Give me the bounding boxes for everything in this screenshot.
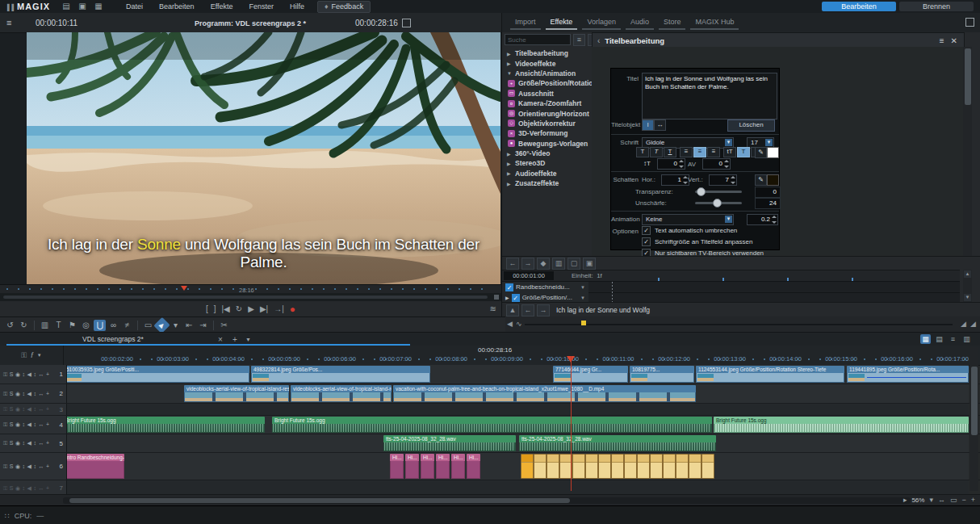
animation-step-input[interactable]: 0.2 xyxy=(747,214,778,225)
keyframe-timecode[interactable]: 00:00:01:00 xyxy=(504,271,554,280)
panel-detach-icon[interactable] xyxy=(965,18,974,27)
track-fade-icon[interactable]: ↕ xyxy=(23,485,26,492)
detach-window-icon[interactable] xyxy=(402,19,411,27)
checkbox-checked-icon[interactable]: ✓ xyxy=(512,294,520,302)
zoom-level[interactable]: 56% xyxy=(911,497,924,504)
fx-360-video[interactable]: ▶360°-Video xyxy=(502,149,601,158)
track-solo-icon[interactable]: S xyxy=(10,421,14,428)
jump-end-button[interactable]: ▶| xyxy=(260,304,268,315)
track-volume-icon[interactable]: ◀ xyxy=(27,421,31,428)
track-curve-icon[interactable]: ◉ xyxy=(15,485,20,492)
keyframe-clip[interactable] xyxy=(547,454,559,479)
keyframe-ruler-row[interactable]: 00:00:01:00 Einheit: 1f xyxy=(502,270,960,282)
track-fade2-icon[interactable]: ↕ xyxy=(34,406,37,413)
track-solo-icon[interactable]: S xyxy=(10,391,14,397)
track-lane-6[interactable]: Intro Randbeschneidung-Aus...Hi...Hi...H… xyxy=(63,453,969,480)
italic-button[interactable]: T xyxy=(650,147,663,157)
fit-text-button[interactable]: T xyxy=(737,147,750,157)
unlink-objects-icon[interactable]: ≠ xyxy=(121,320,133,331)
volume-handle[interactable] xyxy=(581,321,586,325)
track-volume-icon[interactable]: ◀ xyxy=(27,371,31,378)
track-lock-icon[interactable]: ⚿ xyxy=(3,391,7,397)
prev-keyframe-icon[interactable]: ← xyxy=(506,258,519,270)
track-stretch-icon[interactable]: ↔ xyxy=(39,463,44,470)
shadow-color-swatch[interactable] xyxy=(767,174,779,186)
video-clip[interactable]: videoblocks-aerial-view-of-tropical-isla… xyxy=(291,385,392,402)
keyframe-row-randbeschneidu[interactable]: ✓Randbeschneidu...▼ xyxy=(502,282,960,293)
link-objects-icon[interactable]: ∞ xyxy=(107,320,119,331)
track-fade-icon[interactable]: ↕ xyxy=(23,421,26,428)
expand-icon[interactable]: ▶ xyxy=(505,295,509,300)
curve-icon[interactable]: ∿ xyxy=(516,320,522,328)
speaker-icon[interactable]: ◀ xyxy=(507,320,513,328)
track-solo-icon[interactable]: S xyxy=(10,440,14,446)
menu-hilfe[interactable]: Hilfe xyxy=(282,2,312,10)
search-input[interactable] xyxy=(505,34,571,45)
file-new-icon[interactable]: ▤ xyxy=(61,2,72,11)
audio-mixer-icon[interactable]: ≋ xyxy=(490,304,496,313)
tab-effekte[interactable]: Effekte xyxy=(546,16,578,30)
keyframe-clip[interactable] xyxy=(585,454,598,479)
chevron-down-icon[interactable]: ▼ xyxy=(725,139,732,146)
keyframe-clip[interactable] xyxy=(701,454,714,479)
back-chevron-icon[interactable]: ‹ xyxy=(597,36,600,45)
track-lane-1[interactable]: 510035935.jpeg Größe/Positi...498322814.… xyxy=(63,365,969,384)
track-lane-3[interactable] xyxy=(63,404,969,415)
track-lock-icon[interactable]: ⚿ xyxy=(3,463,7,470)
brennen-mode-button[interactable]: Brennen xyxy=(899,2,974,11)
image-clip[interactable]: 1124553144.jpeg Größe/Position/Rotation … xyxy=(696,366,844,383)
track-add-icon[interactable]: + xyxy=(46,371,49,378)
delete-title-button[interactable]: Löschen xyxy=(727,119,775,132)
audio-clip[interactable]: Bright Future 15s.ogg xyxy=(63,417,265,433)
track-stretch-icon[interactable]: ↔ xyxy=(39,421,44,428)
transparenz-slider[interactable] xyxy=(695,191,742,193)
fx-icon[interactable]: f xyxy=(31,351,33,359)
audio-clip[interactable]: Bright Future 15s.ogg xyxy=(272,417,712,433)
monitor-scrollbar-block[interactable] xyxy=(494,295,499,300)
fx-audioeffekte[interactable]: ▶Audioeffekte xyxy=(502,169,601,178)
title-clip[interactable]: Hi... xyxy=(451,454,465,479)
track-solo-icon[interactable]: S xyxy=(10,406,14,413)
scroll-down-icon[interactable]: ▼ xyxy=(964,294,971,301)
track-fade2-icon[interactable]: ↕ xyxy=(34,485,37,492)
keyframe-clip[interactable] xyxy=(521,454,534,479)
next-keyframe-icon[interactable]: → xyxy=(521,258,534,270)
zoom-h-icon[interactable]: ↔ xyxy=(938,496,945,504)
keyframe-clip[interactable] xyxy=(611,454,624,479)
title-clip[interactable]: Intro Randbeschneidung-Aus... xyxy=(63,454,124,479)
monitor-menu-icon[interactable]: ≡ xyxy=(6,18,11,27)
track-add-icon[interactable]: + xyxy=(46,391,49,397)
tab-magix-hub[interactable]: MAGIX Hub xyxy=(690,16,739,30)
track-lane-5[interactable]: tts-25-04-2025-08_32_28.wavtts-25-04-202… xyxy=(63,434,969,452)
align-right-button[interactable]: ≡ xyxy=(707,147,720,157)
track-volume-icon[interactable]: ◀ xyxy=(27,463,31,470)
tab-vorlagen[interactable]: Vorlagen xyxy=(582,16,621,30)
track-stretch-icon[interactable]: ↔ xyxy=(39,406,44,413)
text-cursor-icon[interactable]: I xyxy=(642,119,654,131)
track-lock-icon[interactable]: ⚿ xyxy=(3,406,7,413)
track-add-icon[interactable]: + xyxy=(46,463,49,470)
editor-close-icon[interactable]: ✕ xyxy=(951,36,957,45)
track-solo-icon[interactable]: S xyxy=(10,485,14,492)
audio-clip[interactable]: tts-25-04-2025-08_32_28.wav xyxy=(383,435,516,451)
keyframe-row-header[interactable]: ✓Randbeschneidu...▼ xyxy=(502,282,588,292)
video-clip[interactable]: videoblocks-aerial-view-of-tropical-isla… xyxy=(184,385,289,402)
keyframe-clip[interactable] xyxy=(663,454,676,479)
video-preview[interactable]: Ich lag in der Sonne und Wolfgang las se… xyxy=(27,32,500,284)
keyframe-clip[interactable] xyxy=(572,454,585,479)
track-curve-icon[interactable]: ◉ xyxy=(15,391,20,397)
add-keyframe-icon[interactable]: ◆ xyxy=(537,258,550,270)
window-menu-icon[interactable]: ≡ xyxy=(948,334,958,344)
zoom-in-icon[interactable]: + xyxy=(971,496,975,504)
track-volume-icon[interactable]: ◀ xyxy=(27,485,31,492)
checkbox-checked-icon[interactable]: ✓ xyxy=(505,283,513,291)
monitor-playhead-marker[interactable] xyxy=(181,286,187,291)
fx-titelbearbeitung[interactable]: ▶Titelbearbeitung xyxy=(502,48,601,58)
tab-add-icon[interactable]: + xyxy=(232,335,237,344)
feedback-button[interactable]: ♦ Feedback xyxy=(317,1,371,13)
text-color-swatch[interactable] xyxy=(767,147,779,158)
track-lock-icon[interactable]: ⚿ xyxy=(3,371,7,378)
file-save-icon[interactable]: ▦ xyxy=(93,2,104,11)
audio-clip[interactable]: Bright Future 15s.ogg xyxy=(714,417,969,433)
lock-all-icon[interactable]: ⚿ xyxy=(21,351,27,360)
